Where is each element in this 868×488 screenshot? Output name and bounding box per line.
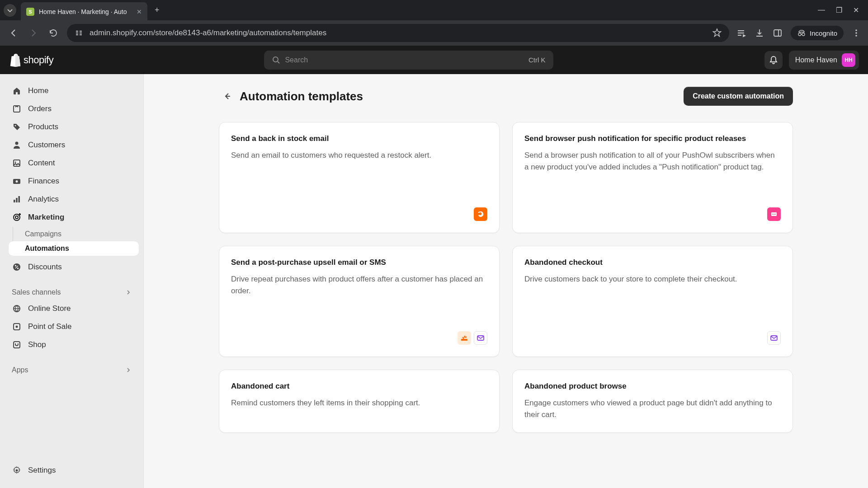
template-card[interactable]: Abandoned cart Remind customers they lef…	[219, 370, 500, 433]
sidebar-item-products[interactable]: Products	[5, 118, 139, 136]
template-card[interactable]: Send a post-purchase upsell email or SMS…	[219, 246, 500, 357]
back-arrow-button[interactable]	[219, 88, 235, 104]
app-header: shopify Search Ctrl K Home Haven HH	[0, 46, 868, 74]
media-playlist-icon[interactable]	[736, 28, 746, 38]
home-icon	[12, 86, 22, 96]
sidebar-item-label: Home	[28, 86, 48, 95]
image-icon	[12, 158, 22, 168]
svg-rect-0	[76, 31, 78, 32]
sales-channels-label: Sales channels	[12, 288, 61, 296]
svg-point-19	[16, 180, 18, 183]
side-panel-icon[interactable]	[773, 28, 783, 38]
search-icon	[272, 56, 280, 64]
tag-icon	[12, 122, 22, 132]
template-card[interactable]: Send browser push notification for speci…	[512, 122, 793, 233]
channel-online-store[interactable]: Online Store	[5, 300, 139, 317]
svg-point-11	[273, 57, 278, 62]
card-desc: Remind customers they left items in thei…	[231, 397, 487, 421]
main-content: Automation templates Create custom autom…	[144, 74, 868, 488]
sidebar-item-orders[interactable]: Orders	[5, 100, 139, 117]
store-icon	[12, 304, 22, 314]
discount-icon	[12, 262, 22, 272]
browser-tab[interactable]: S Home Haven · Marketing · Auto ✕	[21, 2, 147, 21]
sidebar-item-label: Content	[28, 159, 55, 168]
svg-rect-21	[16, 198, 18, 202]
card-title: Send a post-purchase upsell email or SMS	[231, 258, 487, 267]
shopify-logo[interactable]: shopify	[9, 53, 53, 67]
notifications-button[interactable]	[764, 51, 783, 69]
svg-point-30	[16, 469, 18, 472]
search-placeholder: Search	[285, 56, 528, 64]
store-switcher[interactable]: Home Haven HH	[789, 51, 859, 70]
chart-icon	[12, 194, 22, 204]
orders-icon	[12, 104, 22, 114]
svg-rect-3	[80, 31, 82, 32]
sidebar-item-label: Products	[28, 122, 58, 131]
shopify-bag-icon	[9, 53, 22, 67]
finances-icon	[12, 176, 22, 186]
channel-shop[interactable]: Shop	[5, 336, 139, 353]
sidebar-item-marketing[interactable]: Marketing	[5, 209, 139, 226]
forward-button[interactable]	[27, 27, 40, 39]
channel-label: Point of Sale	[28, 322, 71, 331]
url-input[interactable]: admin.shopify.com/store/de8143-a6/market…	[67, 24, 729, 42]
create-custom-automation-button[interactable]: Create custom automation	[684, 87, 793, 106]
svg-point-33	[774, 214, 774, 215]
chevron-right-icon	[125, 367, 132, 373]
sidebar-item-label: Discounts	[28, 263, 62, 272]
template-card[interactable]: Abandoned product browse Engage customer…	[512, 370, 793, 433]
back-button[interactable]	[7, 27, 20, 39]
template-card[interactable]: Abandoned checkout Drive customers back …	[512, 246, 793, 357]
card-desc: Drive customers back to your store to co…	[524, 273, 781, 324]
bookmark-star-icon[interactable]	[712, 28, 722, 38]
svg-line-12	[278, 61, 279, 63]
sidebar-subitem-campaigns[interactable]: Campaigns	[13, 227, 139, 241]
site-settings-icon[interactable]	[74, 28, 84, 38]
sidebar-item-customers[interactable]: Customers	[5, 136, 139, 154]
svg-rect-4	[80, 33, 82, 33]
svg-rect-1	[76, 33, 78, 33]
sidebar-item-label: Orders	[28, 104, 52, 113]
sidebar-item-finances[interactable]: Finances	[5, 173, 139, 190]
sidebar-item-discounts[interactable]: Discounts	[5, 258, 139, 276]
svg-rect-2	[76, 34, 78, 35]
store-name: Home Haven	[795, 56, 837, 64]
gear-icon	[12, 465, 22, 475]
card-title: Send browser push notification for speci…	[524, 134, 781, 143]
tab-close-icon[interactable]: ✕	[137, 8, 142, 15]
global-search[interactable]: Search Ctrl K	[264, 51, 553, 70]
person-icon	[12, 140, 22, 150]
channel-point-of-sale[interactable]: Point of Sale	[5, 318, 139, 335]
new-tab-button[interactable]: +	[155, 5, 160, 15]
chevron-right-icon	[125, 289, 132, 296]
minimize-icon[interactable]: —	[818, 6, 825, 14]
card-desc: Send a browser push notification to all …	[524, 150, 781, 200]
svg-point-14	[15, 125, 16, 127]
shop-icon	[12, 340, 22, 350]
close-window-icon[interactable]: ✕	[853, 6, 859, 14]
apps-header[interactable]: Apps	[5, 362, 139, 378]
incognito-badge[interactable]: Incognito	[791, 26, 844, 40]
sales-channels-header[interactable]: Sales channels	[5, 285, 139, 300]
channel-label: Online Store	[28, 304, 71, 313]
sidebar-item-content[interactable]: Content	[5, 155, 139, 172]
app-icon	[767, 331, 781, 345]
download-icon[interactable]	[755, 28, 764, 38]
reload-button[interactable]	[47, 27, 60, 39]
card-title: Abandoned cart	[231, 382, 487, 391]
card-title: Abandoned checkout	[524, 258, 781, 267]
browser-menu-icon[interactable]	[852, 28, 861, 38]
svg-rect-22	[19, 196, 20, 202]
template-card[interactable]: Send a back in stock email Send an email…	[219, 122, 500, 233]
svg-point-28	[16, 326, 18, 328]
sidebar-item-home[interactable]: Home	[5, 82, 139, 99]
tab-search-dropdown[interactable]	[4, 4, 16, 17]
sidebar-item-analytics[interactable]: Analytics	[5, 191, 139, 208]
svg-point-15	[15, 142, 19, 145]
maximize-icon[interactable]: ❐	[836, 6, 842, 14]
sidebar-subitem-automations[interactable]: Automations	[9, 241, 139, 256]
sidebar-item-label: Analytics	[28, 195, 59, 204]
svg-point-10	[855, 35, 857, 37]
sidebar-item-settings[interactable]: Settings	[5, 462, 139, 479]
card-title: Send a back in stock email	[231, 134, 487, 143]
